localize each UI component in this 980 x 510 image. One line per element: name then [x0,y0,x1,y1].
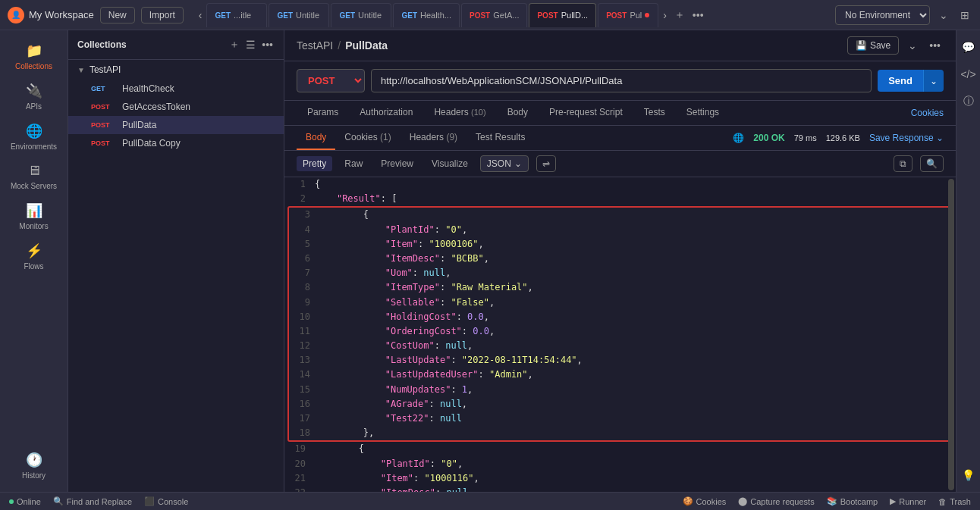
more-options-button[interactable]: ••• [926,38,944,53]
request-header: TestAPI / PullData 💾 Save ⌄ ••• [284,30,956,61]
tab-body[interactable]: Body [497,101,539,125]
env-chevron-button[interactable]: ⌄ [936,8,951,23]
filter-collections-button[interactable]: ☰ [244,36,257,53]
endpoint-name: GetAccessToken [122,102,190,112]
save-dropdown-button[interactable]: ⌄ [905,38,920,53]
method-badge-post: POST [91,139,118,147]
tab-params[interactable]: Params [297,101,349,125]
capture-icon: ⬤ [738,496,747,506]
sidebar-item-environments[interactable]: 🌐 Environments [0,117,68,157]
lightbulb-button[interactable]: 💡 [958,465,979,486]
endpoint-healthcheck[interactable]: GET HealthCheck [68,80,284,98]
method-label: GET [339,11,355,20]
online-dot [9,499,14,504]
tab-headers[interactable]: Headers (10) [423,101,496,125]
new-tab-button[interactable]: ＋ [671,7,688,23]
environment-select[interactable]: No Environment [835,5,930,25]
method-select[interactable]: POST [297,69,365,92]
tab-authorization[interactable]: Authorization [349,101,423,125]
tab-2[interactable]: GET Untitle [269,3,329,27]
trash-button[interactable]: 🗑 Trash [938,497,971,506]
save-button[interactable]: 💾 Save [847,36,899,55]
url-input[interactable] [371,69,872,92]
format-type-select[interactable]: JSON ⌄ [480,155,529,172]
selected-code-block: 3 { 4 "PlantId": "0", 5 "Item": "1000106… [287,206,953,442]
sidebar-item-collections[interactable]: 📁 Collections [0,36,68,77]
sidebar-item-monitors[interactable]: 📊 Monitors [0,196,68,236]
endpoint-getaccesstoken[interactable]: POST GetAccessToken [68,98,284,116]
format-raw-button[interactable]: Raw [338,156,369,171]
comment-button[interactable]: 💬 [958,36,979,58]
monitors-icon: 📊 [26,202,42,219]
sidebar-item-label: Monitors [19,222,48,230]
add-collection-button[interactable]: ＋ [228,36,241,53]
runner-button[interactable]: ▶ Runner [890,496,926,506]
online-status[interactable]: Online [9,497,41,506]
format-bar: Pretty Raw Preview Visualize JSON ⌄ ⇌ ⧉ … [284,151,956,177]
send-dropdown-button[interactable]: ⌄ [923,70,944,92]
tab-tests[interactable]: Tests [633,101,676,125]
endpoint-pulldata[interactable]: POST PullData [68,116,284,134]
tab-1[interactable]: GET ...itle [206,3,267,27]
response-tabs-bar: Body Cookies (1) Headers (9) Test Result… [284,126,956,151]
format-visualize-button[interactable]: Visualize [426,156,474,171]
info-button[interactable]: ⓘ [958,91,979,112]
cookies-link[interactable]: Cookies [911,108,944,118]
tab-prerequest[interactable]: Pre-request Script [539,101,633,125]
layout-button[interactable]: ⊞ [957,8,972,23]
code-line-16: 16 "AGrade": null, [289,397,951,411]
workspace-name[interactable]: 👤 My Workspace [8,7,94,23]
tab-6-pulldata[interactable]: POST PullD... [529,3,596,27]
breadcrumb-separator: / [338,39,341,52]
bootcamp-icon: 📚 [827,496,837,506]
resp-tab-cookies[interactable]: Cookies (1) [335,126,400,150]
code-line-1: 1 { [284,177,956,192]
format-pretty-button[interactable]: Pretty [297,156,332,171]
sidebar-item-mock-servers[interactable]: 🖥 Mock Servers [0,157,68,196]
copy-response-button[interactable]: ⧉ [894,155,912,172]
tab-7[interactable]: POST Pul [598,3,658,27]
endpoint-pulldata-copy[interactable]: POST PullData Copy [68,134,284,152]
resp-tab-testresults[interactable]: Test Results [466,126,534,150]
bottombar: Online 🔍 Find and Replace ⬛ Console 🍪 Co… [0,492,980,510]
tab-5[interactable]: POST GetA... [461,3,527,27]
sidebar-item-label: Environments [11,142,57,151]
code-line-6: 6 "ItemDesc": "BCBB", [289,252,951,266]
sidebar-item-apis[interactable]: 🔌 APIs [0,77,68,117]
code-area[interactable]: 1 { 2 "Result": [ 3 { 4 [284,177,956,492]
flows-icon: ⚡ [26,242,42,259]
import-button[interactable]: Import [141,7,184,23]
save-response-button[interactable]: Save Response ⌄ [869,133,944,143]
new-button[interactable]: New [100,7,135,23]
cookies-bottom-button[interactable]: 🍪 Cookies [683,496,727,506]
more-collections-button[interactable]: ••• [260,36,275,53]
tab-settings[interactable]: Settings [676,101,730,125]
console-button[interactable]: ⬛ Console [144,496,188,506]
breadcrumb-current: PullData [345,39,388,52]
chevron-down-icon: ▼ [77,66,85,74]
sidebar-item-history[interactable]: 🕐 History [0,446,68,486]
sidebar-item-flows[interactable]: ⚡ Flows [0,236,68,277]
resp-tab-body[interactable]: Body [297,126,335,150]
format-preview-button[interactable]: Preview [375,156,419,171]
response-size: 129.6 KB [826,133,860,142]
request-header-actions: 💾 Save ⌄ ••• [847,36,944,55]
apis-icon: 🔌 [26,83,42,99]
tab-3[interactable]: GET Untitle [331,3,391,27]
find-replace-button[interactable]: 🔍 Find and Replace [53,496,132,506]
wrap-lines-button[interactable]: ⇌ [536,155,556,172]
scrollbar[interactable] [948,179,954,490]
tab-next-button[interactable]: › [660,8,670,23]
resp-tab-headers[interactable]: Headers (9) [400,126,466,150]
send-button[interactable]: Send [878,70,923,92]
tab-4[interactable]: GET Health... [393,3,460,27]
tab-prev-button[interactable]: ‹ [196,8,206,23]
search-response-button[interactable]: 🔍 [920,155,944,172]
bootcamp-button[interactable]: 📚 Bootcamp [827,496,878,506]
code-line-15: 15 "NumUpdates": 1, [289,383,951,397]
capture-requests-button[interactable]: ⬤ Capture requests [738,496,814,506]
more-tabs-button[interactable]: ••• [689,8,707,23]
collection-name[interactable]: ▼ TestAPI [68,60,284,80]
send-button-wrapper: Send ⌄ [878,70,944,92]
code-button[interactable]: </> [958,64,979,85]
